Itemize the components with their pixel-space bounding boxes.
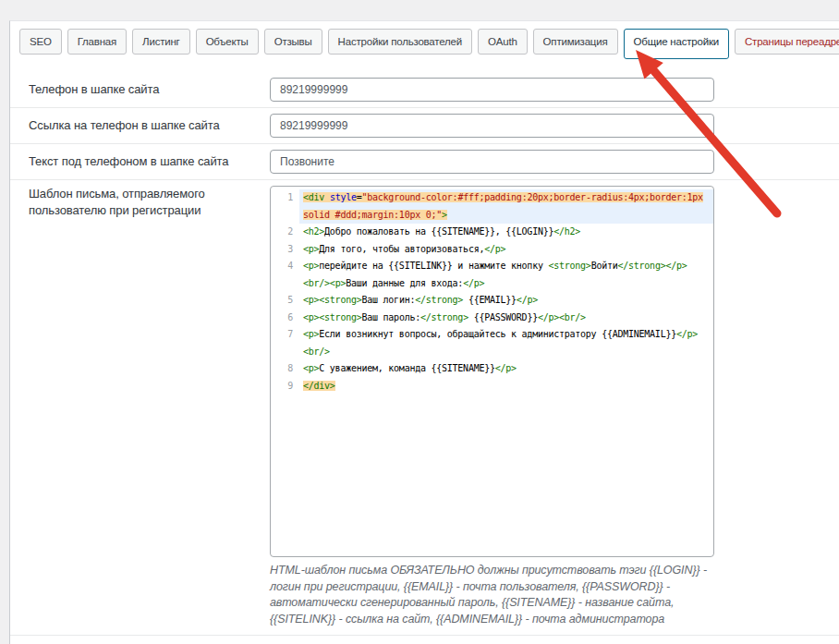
- editor-line: 9</div>: [271, 378, 713, 395]
- code-token: <p>: [330, 278, 346, 288]
- code-token: <p>: [303, 363, 319, 373]
- editor-line: 5<p><strong>Ваш логин:</strong> {{EMAIL}…: [271, 292, 713, 310]
- code-token: </h2>: [553, 226, 580, 237]
- field-label: Телефон в шапке сайта: [29, 81, 270, 98]
- field-label-email-template: Шаблон письма, отправляемого пользовател…: [29, 186, 270, 218]
- tab-6[interactable]: Настройки пользователей: [328, 29, 472, 55]
- code-token: <p>: [303, 261, 319, 271]
- line-code: solid #ddd;margin:10px 0;">: [299, 207, 713, 225]
- code-token: Ваш пароль:: [361, 312, 420, 322]
- code-token: style: [330, 192, 357, 202]
- code-token: Добро пожаловать на {{SITENAME}}, {{LOGI…: [324, 226, 553, 237]
- line-number: 8: [271, 360, 299, 378]
- line-code: <br/><p>Ваши данные для входа:</p>: [299, 275, 713, 293]
- code-token: Для того, чтобы авторизоваться,: [319, 244, 484, 254]
- code-token: {{EMAIL}}: [463, 295, 517, 305]
- tab-1[interactable]: SEO: [19, 29, 62, 55]
- editor-line: 8<p>С уважением, команда {{SITENAME}}</p…: [271, 360, 713, 378]
- code-editor[interactable]: 1<div style="background-color:#fff;paddi…: [270, 186, 714, 557]
- code-token: </strong>: [415, 295, 463, 305]
- editor-line: <br/>: [271, 344, 713, 361]
- code-token: <br/>: [303, 278, 330, 288]
- code-token: >: [442, 210, 447, 220]
- tab-3[interactable]: Листинг: [132, 29, 190, 55]
- form-row: Ссылка на телефон в шапке сайта: [10, 108, 839, 144]
- editor-line: solid #ddd;margin:10px 0;">: [271, 207, 713, 225]
- editor-line: 7<p>Если возникнут вопросы, обращайтесь …: [271, 326, 713, 344]
- form-row: Текст под телефоном в шапке сайта: [10, 144, 839, 180]
- line-code: <p><strong>Ваш логин:</strong> {{EMAIL}}…: [299, 292, 713, 310]
- tab-2[interactable]: Главная: [67, 29, 127, 55]
- text-input-2[interactable]: [270, 114, 714, 138]
- matching-tag-highlight: solid #ddd;margin:10px 0;">: [303, 210, 447, 220]
- tab-7[interactable]: OAuth: [478, 29, 528, 55]
- code-token: </p>: [495, 363, 517, 373]
- editor-line: <br/><p>Ваши данные для входа:</p>: [271, 275, 713, 293]
- editor-line: 6<p><strong>Ваш пароль:</strong> {{PASSW…: [271, 310, 713, 327]
- line-code: <div style="background-color:#fff;paddin…: [299, 189, 713, 207]
- line-number: 9: [271, 378, 299, 395]
- code-token: <h2>: [303, 226, 324, 237]
- code-token: </p>: [538, 312, 559, 322]
- line-number: 5: [271, 292, 299, 310]
- field-label: Ссылка на телефон в шапке сайта: [29, 117, 270, 134]
- form-row: Телефон в шапке сайта: [10, 72, 839, 108]
- code-token: <p>: [303, 244, 319, 254]
- code-token: С уважением, команда {{SITENAME}}: [319, 363, 494, 373]
- line-code: </div>: [299, 378, 713, 395]
- code-token: <br/>: [303, 346, 330, 357]
- email-template-column: 1<div style="background-color:#fff;paddi…: [270, 186, 722, 627]
- field-label: Текст под телефоном в шапке сайта: [29, 153, 270, 170]
- settings-card: SEOГлавнаяЛистингОбъектыОтзывыНастройки …: [9, 20, 839, 644]
- help-text: HTML-шаблон письма ОБЯЗАТЕЛЬНО должны пр…: [270, 563, 722, 627]
- settings-form: Телефон в шапке сайтаСсылка на телефон в…: [10, 72, 839, 180]
- line-number: 6: [271, 310, 299, 327]
- line-number: [271, 344, 299, 361]
- line-code: <h2>Добро пожаловать на {{SITENAME}}, {{…: [299, 224, 713, 241]
- code-token: </p>: [665, 261, 687, 271]
- code-token: <strong>: [548, 261, 590, 271]
- line-number: 4: [271, 258, 299, 275]
- line-code: <p><strong>Ваш пароль:</strong> {{PASSWO…: [299, 310, 713, 327]
- code-token: <br/>: [559, 312, 586, 322]
- tab-5[interactable]: Отзывы: [264, 29, 322, 55]
- editor-line: 4<p>перейдите на {{SITELINK}} и нажмите …: [271, 258, 713, 275]
- code-token: </p>: [484, 244, 505, 254]
- line-number: 3: [271, 241, 299, 259]
- line-number: 1: [271, 189, 299, 207]
- line-code: <br/>: [299, 344, 713, 361]
- text-input-1[interactable]: [270, 78, 714, 102]
- matching-tag-highlight: </div>: [303, 381, 335, 391]
- code-token: </p>: [517, 295, 538, 305]
- line-number: 2: [271, 224, 299, 241]
- code-token: <p>: [303, 329, 319, 339]
- code-token: solid #ddd;margin:10px 0;": [303, 210, 442, 220]
- tab-4[interactable]: Объекты: [196, 29, 259, 55]
- code-token: </p>: [463, 278, 484, 288]
- line-code: <p>Если возникнут вопросы, обращайтесь к…: [299, 326, 713, 344]
- tab-bar: SEOГлавнаяЛистингОбъектыОтзывыНастройки …: [10, 21, 839, 64]
- editor-line: 1<div style="background-color:#fff;paddi…: [271, 189, 713, 207]
- code-token: перейдите на {{SITELINK}} и нажмите кноп…: [319, 261, 548, 271]
- line-number: [271, 275, 299, 293]
- code-token: </strong>: [617, 261, 665, 271]
- line-number: 7: [271, 326, 299, 344]
- editor-line: 2<h2>Добро пожаловать на {{SITENAME}}, {…: [271, 224, 713, 241]
- text-input-3[interactable]: [270, 150, 714, 174]
- tab-10[interactable]: Страницы переадресации: [735, 29, 839, 55]
- code-token: <p>: [303, 312, 319, 322]
- code-token: Ваш логин:: [361, 295, 415, 305]
- code-token: <strong>: [319, 312, 361, 322]
- code-token: Ваши данные для входа:: [346, 278, 463, 288]
- code-token: "background-color:#fff;padding:20px;bord…: [362, 192, 703, 202]
- tab-9[interactable]: Общие настройки: [624, 29, 729, 59]
- line-number: [271, 207, 299, 225]
- code-token: Войти: [591, 261, 618, 271]
- tab-8[interactable]: Оптимизация: [533, 29, 618, 55]
- code-token: {{PASSWORD}}: [468, 312, 538, 322]
- line-code: <p>перейдите на {{SITELINK}} и нажмите к…: [299, 258, 713, 275]
- code-token: </strong>: [420, 312, 468, 322]
- code-token: <div: [303, 192, 324, 202]
- line-code: <p>Для того, чтобы авторизоваться,</p>: [299, 241, 713, 259]
- matching-tag-highlight: <div style="background-color:#fff;paddin…: [303, 192, 703, 202]
